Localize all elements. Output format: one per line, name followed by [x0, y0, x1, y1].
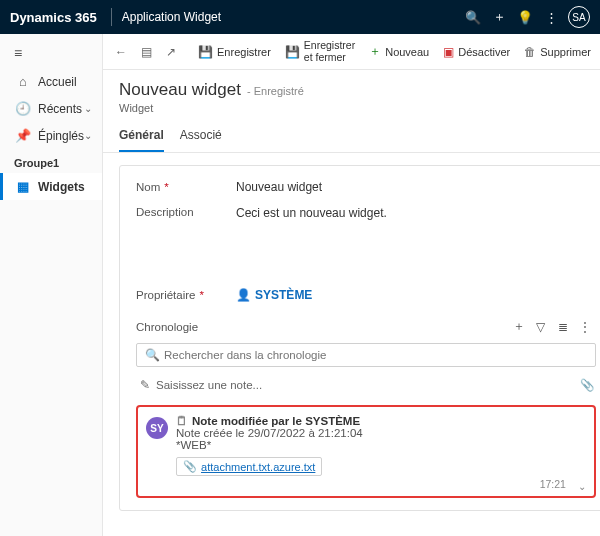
open-icon: ↗	[166, 45, 176, 59]
sidebar-label-widgets: Widgets	[32, 180, 92, 194]
timeline-filter-icon[interactable]: ▽	[530, 320, 552, 334]
save-button[interactable]: 💾 Enregistrer	[192, 41, 277, 63]
name-field-value[interactable]: Nouveau widget	[236, 180, 596, 194]
timeline-sort-icon[interactable]: ≣	[552, 320, 574, 334]
timeline-note-card: SY 🗒 Note modifiée par le SYSTÈME Note c…	[136, 405, 596, 498]
note-time: 17:21	[540, 478, 566, 490]
delete-label: Supprimer	[540, 46, 591, 58]
deactivate-icon: ▣	[443, 45, 454, 59]
attach-icon[interactable]: 📎	[578, 378, 596, 392]
save-label: Enregistrer	[217, 46, 271, 58]
page-title: Nouveau widget	[119, 80, 241, 100]
saveclose-label-2: et fermer	[304, 52, 355, 64]
add-icon[interactable]: ＋	[486, 8, 512, 26]
sidebar-item-widgets[interactable]: ▦ Widgets	[0, 173, 102, 200]
save-close-button[interactable]: 💾 Enregistrer et fermer	[279, 36, 361, 67]
timeline-more-icon[interactable]: ⋮	[574, 320, 596, 334]
description-field-label: Description	[136, 206, 194, 218]
home-icon: ⌂	[14, 74, 32, 89]
person-icon: 👤	[236, 288, 251, 302]
widget-icon: ▦	[14, 179, 32, 194]
tab-related[interactable]: Associé	[180, 122, 222, 152]
timeline-header: Chronologie ＋ ▽ ≣ ⋮	[136, 316, 596, 337]
description-field-value[interactable]: Ceci est un nouveau widget.	[236, 206, 596, 220]
name-field-label: Nom	[136, 181, 160, 193]
floppy-icon: 💾	[198, 45, 213, 59]
pin-icon: 📌	[14, 128, 32, 143]
sidebar-label-recent: Récents	[32, 102, 84, 116]
note-line-1: Note créée le 29/07/2022 à 21:21:04	[176, 427, 584, 439]
sidebar: ≡ ⌂ Accueil 🕘 Récents ⌄ 📌 Épinglés ⌄ Gro…	[0, 34, 103, 536]
tab-general[interactable]: Général	[119, 122, 164, 152]
more-icon[interactable]: ⋮	[538, 10, 564, 25]
timeline-note-input[interactable]: ✎ Saisissez une note... 📎	[136, 375, 596, 395]
owner-field-label: Propriétaire	[136, 289, 195, 301]
sidebar-item-home[interactable]: ⌂ Accueil	[0, 68, 102, 95]
sidebar-group-label: Groupe1	[0, 149, 102, 173]
required-marker: *	[199, 289, 203, 301]
note-line-2: *WEB*	[176, 439, 584, 451]
deactivate-label: Désactiver	[458, 46, 510, 58]
timeline-search-input[interactable]	[160, 347, 587, 363]
save-icon-button[interactable]: ▤	[135, 41, 158, 63]
help-icon[interactable]: 💡	[512, 10, 538, 25]
entity-label: Widget	[119, 102, 600, 114]
owner-lookup[interactable]: 👤 SYSTÈME	[236, 288, 596, 302]
timeline-search[interactable]: 🔍	[136, 343, 596, 367]
pencil-icon: ✎	[136, 378, 154, 392]
note-icon: 🗒	[176, 415, 188, 427]
attachment-name: attachment.txt.azure.txt	[201, 461, 315, 473]
clock-icon: 🕘	[14, 101, 32, 116]
hamburger-icon[interactable]: ≡	[0, 38, 102, 68]
sidebar-label-pinned: Épinglés	[32, 129, 84, 143]
note-avatar: SY	[146, 417, 168, 439]
chevron-down-icon: ⌄	[84, 103, 92, 114]
open-icon-button[interactable]: ↗	[160, 41, 182, 63]
trash-icon: 🗑	[524, 45, 536, 59]
avatar[interactable]: SA	[568, 6, 590, 28]
chevron-down-icon: ⌄	[84, 130, 92, 141]
main-area: ← ▤ ↗ 💾 Enregistrer 💾 Enregistrer et fer…	[103, 34, 600, 536]
note-title: Note modifiée par le SYSTÈME	[192, 415, 360, 427]
note-attachment[interactable]: 📎 attachment.txt.azure.txt	[176, 457, 322, 476]
owner-value: SYSTÈME	[255, 288, 312, 302]
save-small-icon: ▤	[141, 45, 152, 59]
record-header: Nouveau widget - Enregistré Widget	[103, 70, 600, 114]
sidebar-label-home: Accueil	[32, 75, 92, 89]
floppy-close-icon: 💾	[285, 45, 300, 59]
sidebar-item-recent[interactable]: 🕘 Récents ⌄	[0, 95, 102, 122]
sidebar-item-pinned[interactable]: 📌 Épinglés ⌄	[0, 122, 102, 149]
timeline-title: Chronologie	[136, 321, 508, 333]
note-placeholder: Saisissez une note...	[154, 375, 578, 395]
paperclip-icon: 📎	[183, 460, 197, 473]
back-icon: ←	[115, 45, 127, 59]
note-expand-icon[interactable]: ⌄	[578, 481, 586, 492]
saveclose-label-1: Enregistrer	[304, 40, 355, 52]
search-small-icon: 🔍	[145, 348, 160, 362]
form-card: Nom* Nouveau widget Description Ceci est…	[119, 165, 600, 511]
new-label: Nouveau	[385, 46, 429, 58]
record-status: - Enregistré	[247, 85, 304, 97]
tab-bar: Général Associé	[103, 114, 600, 153]
topbar-divider	[111, 8, 112, 26]
deactivate-button[interactable]: ▣ Désactiver	[437, 41, 516, 63]
brand-label: Dynamics 365	[10, 10, 109, 25]
top-navbar: Dynamics 365 Application Widget 🔍 ＋ 💡 ⋮ …	[0, 0, 600, 34]
delete-button[interactable]: 🗑 Supprimer	[518, 41, 597, 63]
new-button[interactable]: ＋ Nouveau	[363, 39, 435, 64]
command-bar: ← ▤ ↗ 💾 Enregistrer 💾 Enregistrer et fer…	[103, 34, 600, 70]
plus-icon: ＋	[369, 43, 381, 60]
app-name: Application Widget	[122, 10, 221, 24]
search-icon[interactable]: 🔍	[460, 10, 486, 25]
required-marker: *	[164, 181, 168, 193]
back-button[interactable]: ←	[109, 41, 133, 63]
form-area: Nom* Nouveau widget Description Ceci est…	[103, 153, 600, 519]
timeline-add-icon[interactable]: ＋	[508, 318, 530, 335]
